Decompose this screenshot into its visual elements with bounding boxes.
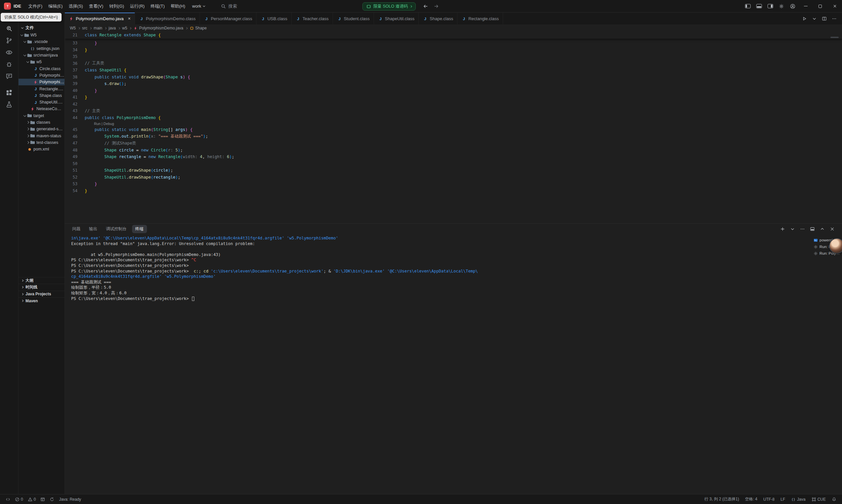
explorer-header[interactable]: 文件 xyxy=(19,24,65,31)
menu-item[interactable]: 编辑(E) xyxy=(45,2,66,11)
encoding[interactable]: UTF-8 xyxy=(761,497,777,502)
code-line[interactable]: 41} xyxy=(65,94,842,101)
menu-item[interactable]: 选择(S) xyxy=(66,2,86,11)
editor-tab[interactable]: PolymorphismDemo.java× xyxy=(65,13,135,24)
sync-status[interactable] xyxy=(47,497,57,502)
remote-indicator[interactable] xyxy=(3,497,13,502)
maximize-button[interactable] xyxy=(813,0,827,13)
panel-tab[interactable]: 调试控制台 xyxy=(103,225,130,233)
chevron-down-icon[interactable] xyxy=(790,227,795,232)
source-control-icon[interactable] xyxy=(2,34,17,46)
code-line[interactable]: 51 ShapeUtil.drawShape(circle); xyxy=(65,167,842,174)
code-line[interactable]: 36// 工具类 xyxy=(65,60,842,67)
code-line[interactable]: 43// 主类 xyxy=(65,107,842,114)
run-button[interactable] xyxy=(802,16,807,21)
breadcrumb-item[interactable]: PolymorphismDemo.java xyxy=(134,26,183,31)
solo-invite-button[interactable]: 限量 SOLO 邀请码 xyxy=(363,2,416,11)
close-tab-button[interactable]: × xyxy=(128,16,131,21)
editor-tab[interactable]: JPolymorphismDemo.class xyxy=(135,13,200,24)
tree-item[interactable]: JCircle.class xyxy=(19,65,65,72)
toggle-panel-button[interactable] xyxy=(753,0,765,13)
editor-tab[interactable]: JRectangle.class xyxy=(457,13,503,24)
code-line[interactable]: 47 // 测试Shape类 xyxy=(65,140,842,147)
assistant-avatar[interactable] xyxy=(829,238,842,254)
testing-icon[interactable] xyxy=(2,98,17,110)
breadcrumb-item[interactable]: java xyxy=(108,26,116,31)
tree-item[interactable]: NeteaseComme... xyxy=(19,106,65,112)
code-line[interactable]: 48 Shape circle = new Circle(r: 5); xyxy=(65,147,842,154)
minimize-button[interactable] xyxy=(798,0,813,13)
tree-item[interactable]: target xyxy=(19,112,65,119)
code-line[interactable]: 44public class PolymorphismDemo { xyxy=(65,114,842,121)
notifications[interactable] xyxy=(829,497,839,502)
code-line[interactable]: 37class ShapeUtil { xyxy=(65,67,842,74)
language-mode[interactable]: { }Java xyxy=(789,497,808,502)
new-terminal-button[interactable] xyxy=(780,227,785,232)
code-line[interactable]: 35 xyxy=(65,53,842,60)
codelens-run-debug[interactable]: Run | Debug xyxy=(94,121,842,126)
code-line[interactable]: 40 } xyxy=(65,87,842,94)
panel-tab[interactable]: 输出 xyxy=(86,225,101,233)
tree-item[interactable]: { }settings.json xyxy=(19,45,65,52)
sidebar-section[interactable]: 大纲 xyxy=(19,277,65,284)
tree-item[interactable]: src\main\java xyxy=(19,52,65,58)
tree-item[interactable]: JShapeUtil.class xyxy=(19,99,65,106)
menu-item[interactable]: 帮助(H) xyxy=(168,2,188,11)
tree-item[interactable]: classes xyxy=(19,119,65,126)
menu-item[interactable]: 运行(R) xyxy=(127,2,147,11)
back-button[interactable] xyxy=(423,4,428,9)
scrollbar-thumb[interactable] xyxy=(830,37,839,38)
chat-icon[interactable] xyxy=(2,70,17,82)
code-line[interactable]: 49 Shape rectangle = new Rectangle(width… xyxy=(65,154,842,160)
menu-item[interactable]: 查看(V) xyxy=(86,2,106,11)
editor-tab[interactable]: JShapeUtil.class xyxy=(374,13,419,24)
tree-item[interactable]: pom.xml xyxy=(19,146,65,152)
menu-item[interactable]: 终端(T) xyxy=(147,2,168,11)
code-line[interactable]: 34} xyxy=(65,47,842,54)
tree-item[interactable]: JShape.class xyxy=(19,92,65,99)
toggle-secondary-sidebar-button[interactable] xyxy=(765,0,776,13)
sidebar-section[interactable]: Maven xyxy=(19,297,65,304)
code-line[interactable]: 52 ShapeUtil.drawShape(rectangle); xyxy=(65,174,842,181)
code-line[interactable]: 45 public static void main(String[] args… xyxy=(65,126,842,133)
breadcrumb-item[interactable]: W5 xyxy=(70,26,76,31)
editor-tab[interactable]: JPersonManager.class xyxy=(200,13,257,24)
workspace-switcher[interactable]: work xyxy=(192,4,205,8)
eol[interactable]: LF xyxy=(778,497,787,502)
preview-icon[interactable] xyxy=(2,46,17,58)
code-line[interactable]: 53 } xyxy=(65,181,842,187)
more-actions-button[interactable] xyxy=(832,16,837,21)
cue-feature[interactable]: CUE xyxy=(809,497,828,502)
breadcrumb-item[interactable]: w5 xyxy=(122,26,127,31)
sidebar-section[interactable]: Java Projects xyxy=(19,291,65,297)
sidebar-section[interactable]: 时间线 xyxy=(19,284,65,290)
code-editor[interactable]: 21class Rectangle extends Shape { 33 }34… xyxy=(65,32,842,223)
close-panel-button[interactable] xyxy=(830,227,835,232)
settings-gear-button[interactable] xyxy=(776,0,787,13)
global-search[interactable]: 搜索 xyxy=(221,3,237,9)
close-button[interactable] xyxy=(827,0,842,13)
extensions-icon[interactable] xyxy=(2,87,17,98)
breadcrumb-item[interactable]: src xyxy=(82,26,87,31)
breadcrumb-item[interactable]: main xyxy=(94,26,102,31)
tree-item[interactable]: w5 xyxy=(19,58,65,65)
tree-item[interactable]: generated-sour... xyxy=(19,126,65,132)
split-editor-button[interactable] xyxy=(822,16,827,21)
tree-item[interactable]: JPolymorphis... xyxy=(19,72,65,79)
editor-tab[interactable]: JShape.class xyxy=(419,13,457,24)
indentation[interactable]: 空格: 4 xyxy=(743,497,759,502)
editor-tab[interactable]: JUSB.class xyxy=(257,13,292,24)
tree-item[interactable]: JRectangle.class xyxy=(19,85,65,92)
tree-item[interactable]: maven-status xyxy=(19,132,65,139)
code-line[interactable]: 33 } xyxy=(65,40,842,47)
account-button[interactable] xyxy=(787,0,798,13)
java-status[interactable]: Java: Ready xyxy=(57,497,83,502)
tree-item[interactable]: W5 xyxy=(19,32,65,38)
editor-tab[interactable]: JStudent.class xyxy=(333,13,374,24)
code-line[interactable]: 46 System.out.println(x: "=== 基础题测试 ==="… xyxy=(65,133,842,140)
forward-button[interactable] xyxy=(434,4,439,9)
tree-item[interactable]: .vscode xyxy=(19,38,65,45)
panel-layout-button[interactable] xyxy=(810,227,815,232)
tree-item[interactable]: test-classes xyxy=(19,139,65,146)
more-actions-button[interactable] xyxy=(800,227,805,232)
